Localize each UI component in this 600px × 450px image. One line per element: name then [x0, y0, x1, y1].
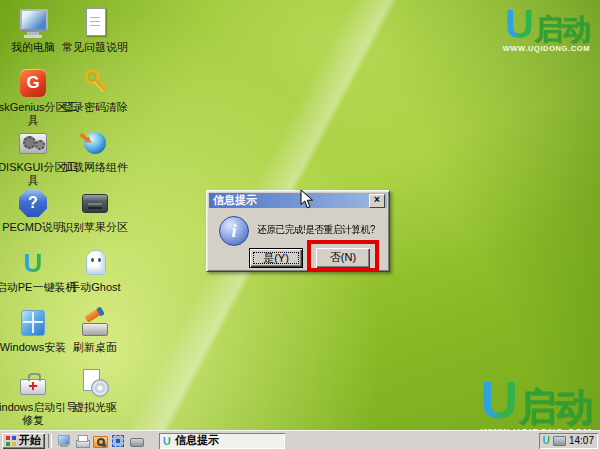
- desktop-icon-virtual-cd[interactable]: 虚拟光驱: [64, 366, 126, 426]
- printer-icon[interactable]: [74, 433, 90, 449]
- desktop-background: U 启动 WWW.UQIDONG.COM U 启动 WWW.UQIDONG.CO…: [0, 0, 600, 450]
- icon-label: 登录密码清除: [50, 101, 140, 114]
- show-desktop-icon[interactable]: [56, 433, 72, 449]
- desktop-icon-upe-install[interactable]: U u启动PE一键装机: [2, 246, 64, 306]
- question-octagon-icon: ?: [16, 186, 50, 220]
- mouse-cursor: [300, 189, 314, 210]
- icon-label: 虚拟光驱: [50, 401, 140, 414]
- info-dialog: 信息提示 × i 还原已完成!是否重启计算机? 是(Y) 否(N): [206, 190, 390, 272]
- key-icon: [78, 66, 112, 100]
- window-button-label: 信息提示: [175, 433, 219, 448]
- desktop-icon-pecmd[interactable]: ? PECMD说明: [2, 186, 64, 246]
- storage-device-icon[interactable]: [128, 433, 144, 449]
- desktop-icon-faq-readme[interactable]: 常见问题说明: [64, 6, 126, 66]
- toolbox-cross-icon: [16, 366, 50, 400]
- tray-clock: 14:07: [569, 435, 594, 446]
- system-tray: U 14:07: [539, 433, 598, 449]
- icon-label: 识别苹果分区: [50, 221, 140, 234]
- u-logo-icon: U: [163, 435, 171, 447]
- desktop-icon-windows-setup[interactable]: Windows安装: [2, 306, 64, 366]
- icon-label: 常见问题说明: [50, 41, 140, 54]
- logo-name-text: 启动: [518, 388, 592, 426]
- no-button[interactable]: 否(N): [316, 248, 370, 268]
- diskgenius-icon: G: [16, 66, 50, 100]
- hard-drive-icon: [78, 186, 112, 220]
- close-icon[interactable]: ×: [369, 194, 385, 208]
- yes-button[interactable]: 是(Y): [249, 248, 303, 268]
- disc-document-icon: [78, 366, 112, 400]
- document-icon: [78, 6, 112, 40]
- start-logo-icon: [6, 436, 16, 446]
- taskbar-window-button[interactable]: U 信息提示: [159, 433, 285, 449]
- icon-label: 加载网络组件: [50, 161, 140, 174]
- u-logo-glyph: U: [480, 374, 518, 426]
- ghost-icon: [78, 246, 112, 280]
- taskbar-separator: [48, 434, 52, 448]
- computer-icon: [16, 6, 50, 40]
- uqidong-logo-bottom: U 启动 WWW.UQIDONG.COM: [480, 374, 592, 437]
- hardware-tray-icon[interactable]: [553, 436, 566, 446]
- u-logo-icon: U: [16, 246, 50, 280]
- icon-label: 刷新桌面: [50, 341, 140, 354]
- desktop-icon-refresh-desktop[interactable]: 刷新桌面: [64, 306, 126, 366]
- desktop-icon-boot-repair[interactable]: Windows启动引导修复: [2, 366, 64, 426]
- desktop-icon-network[interactable]: 加载网络组件: [64, 126, 126, 186]
- brush-drive-icon: [78, 306, 112, 340]
- logo-site-text: WWW.UQIDONG.COM: [503, 45, 590, 53]
- dialog-titlebar[interactable]: 信息提示 ×: [209, 193, 387, 208]
- desktop-icon-password-clear[interactable]: 登录密码清除: [64, 66, 126, 126]
- uqidong-tray-icon[interactable]: U: [543, 435, 550, 446]
- logo-name-text: 启动: [534, 15, 590, 44]
- desktop-icon-gdiskgui[interactable]: GDISKGUI分区工具: [2, 126, 64, 186]
- window-pane-icon: [16, 306, 50, 340]
- desktop-icon-diskgenius[interactable]: G DiskGenius分区工具: [2, 66, 64, 126]
- desktop-icon-manual-ghost[interactable]: 手动Ghost: [64, 246, 126, 306]
- info-icon: i: [219, 216, 249, 246]
- drive-gears-icon: [16, 126, 50, 160]
- display-properties-icon[interactable]: [110, 433, 126, 449]
- u-logo-glyph: U: [505, 4, 534, 44]
- taskbar: 开始 U 信息提示 U 14:07: [0, 430, 600, 450]
- desktop-icon-grid: 我的电脑 常见问题说明 G DiskGenius分区工具 登录密码清除 GDIS…: [2, 6, 126, 426]
- icon-label: 手动Ghost: [50, 281, 140, 294]
- dialog-title: 信息提示: [213, 193, 369, 208]
- start-label: 开始: [19, 433, 41, 448]
- uqidong-logo-top: U 启动 WWW.UQIDONG.COM: [503, 4, 590, 53]
- file-search-icon[interactable]: [92, 433, 108, 449]
- start-button[interactable]: 开始: [2, 433, 45, 449]
- desktop-icon-apple-partition[interactable]: 识别苹果分区: [64, 186, 126, 246]
- globe-arrow-icon: [78, 126, 112, 160]
- dialog-message: 还原已完成!是否重启计算机?: [257, 223, 375, 237]
- desktop-icon-my-computer[interactable]: 我的电脑: [2, 6, 64, 66]
